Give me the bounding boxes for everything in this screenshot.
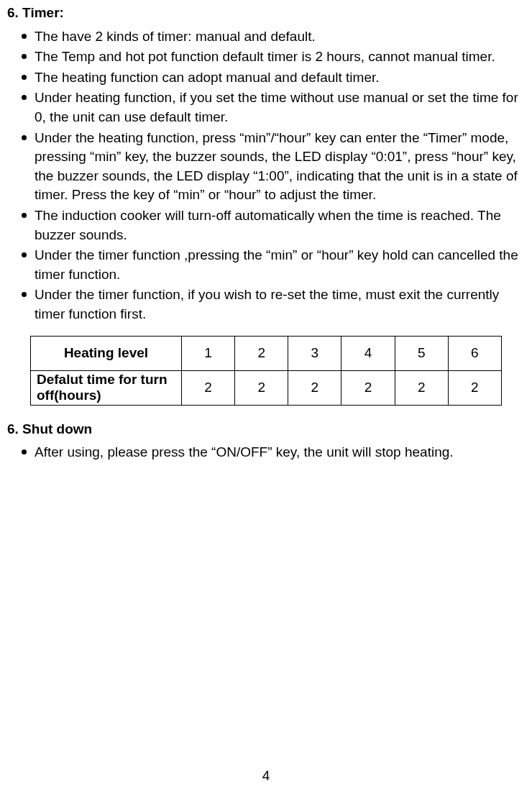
row-label-heating-level: Heating level	[31, 336, 182, 370]
table-row: Defalut time for turn off(hours) 2 2 2 2…	[31, 370, 502, 405]
page-number: 4	[0, 767, 532, 786]
section-heading-timer: 6. Timer:	[7, 4, 525, 23]
timer-bullet-list: The have 2 kinds of timer: manual and de…	[7, 27, 525, 324]
list-item: The Temp and hot pot function default ti…	[22, 47, 525, 67]
table-cell: 3	[288, 336, 341, 370]
list-item: After using, please press the “ON/OFF” k…	[22, 443, 525, 462]
table-cell: 2	[235, 370, 288, 405]
list-item: Under the timer function ,pressing the “…	[22, 246, 525, 284]
list-item: Under the timer function, if you wish to…	[22, 285, 525, 324]
shutdown-bullet-list: After using, please press the “ON/OFF” k…	[7, 443, 525, 462]
list-item: Under heating function, if you set the t…	[22, 88, 525, 127]
list-item: The have 2 kinds of timer: manual and de…	[22, 27, 525, 47]
list-item: Under the heating function, press “min”/…	[22, 129, 525, 205]
table-cell: 2	[235, 336, 288, 370]
table-cell: 2	[288, 370, 341, 405]
table-cell: 6	[448, 336, 501, 370]
table-row: Heating level 1 2 3 4 5 6	[31, 336, 502, 370]
table-cell: 2	[182, 370, 235, 405]
heating-table: Heating level 1 2 3 4 5 6 Defalut time f…	[30, 336, 502, 406]
table-cell: 2	[341, 370, 395, 405]
row-label-default-time: Defalut time for turn off(hours)	[31, 370, 182, 405]
section-heading-shutdown: 6. Shut down	[7, 420, 525, 439]
list-item: The induction cooker will turn-off autom…	[22, 206, 525, 244]
table-cell: 5	[395, 336, 448, 370]
table-cell: 2	[448, 370, 501, 405]
table-cell: 4	[341, 336, 395, 370]
table-cell: 1	[182, 336, 235, 370]
list-item: The heating function can adopt manual an…	[22, 68, 525, 88]
table-cell: 2	[395, 370, 448, 405]
